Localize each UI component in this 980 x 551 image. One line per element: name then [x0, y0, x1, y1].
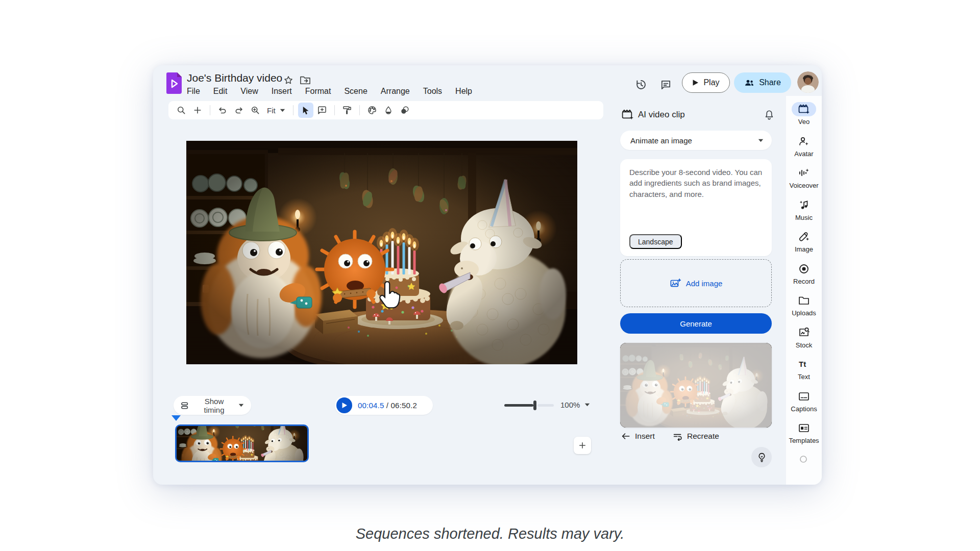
account-avatar[interactable]	[797, 71, 819, 93]
sidebar-item-stock[interactable]: Stock	[786, 325, 822, 358]
redo-icon[interactable]	[231, 103, 247, 118]
playhead-triangle-icon[interactable]	[172, 415, 181, 421]
current-time: 00:04.5	[358, 401, 384, 410]
background-droplet-icon[interactable]	[381, 103, 396, 118]
sidebar-label: Image	[795, 245, 813, 253]
add-image-label: Add image	[686, 279, 723, 288]
play-button-label: Play	[703, 78, 719, 87]
toolbar-separator	[334, 105, 335, 115]
timeline-play-button[interactable]	[336, 397, 352, 413]
zoom-slider-filled[interactable]	[504, 404, 533, 407]
menu-help[interactable]: Help	[455, 87, 472, 96]
sidebar-item-avatar[interactable]: Avatar	[786, 134, 822, 166]
image-brush-sparkle-icon	[792, 230, 816, 244]
generate-label: Generate	[680, 319, 712, 328]
arrow-left-icon	[621, 432, 630, 440]
menu-scene[interactable]: Scene	[344, 87, 367, 96]
share-button[interactable]: Share	[734, 72, 791, 93]
recreate-button[interactable]: Recreate	[673, 432, 719, 441]
prompt-input[interactable]	[620, 159, 772, 219]
sidebar-item-veo[interactable]: Veo	[786, 102, 822, 134]
search-icon[interactable]	[174, 103, 189, 118]
timeline-scene-thumbnail[interactable]	[175, 424, 309, 462]
timing-layers-icon	[181, 402, 190, 410]
menu-tools[interactable]: Tools	[423, 87, 442, 96]
sidebar-label: Voiceover	[789, 182, 818, 189]
add-comment-icon[interactable]	[314, 103, 330, 118]
zoom-slider-track[interactable]	[537, 404, 554, 407]
share-button-label: Share	[759, 78, 781, 87]
add-image-button[interactable]: Add image	[620, 259, 772, 307]
chevron-down-icon	[280, 109, 285, 112]
vids-logo-icon[interactable]	[166, 72, 182, 94]
toolbar: Fit	[168, 101, 603, 119]
transition-circles-icon[interactable]	[397, 103, 412, 118]
menu-arrange[interactable]: Arrange	[381, 87, 410, 96]
toolbar-separator	[293, 105, 293, 115]
document-title[interactable]: Joe's Birthday video	[187, 72, 282, 84]
thumbnail-loading-overlay	[620, 343, 772, 428]
sidebar-item-voiceover[interactable]: Voiceover	[786, 166, 822, 198]
fit-zoom-select[interactable]: Fit	[264, 106, 288, 115]
chevron-down-icon	[238, 404, 244, 407]
fit-label: Fit	[267, 106, 276, 115]
music-note-sparkle-icon	[792, 198, 816, 212]
menu-view[interactable]: View	[240, 87, 258, 96]
paint-format-roller-icon[interactable]	[339, 103, 355, 118]
video-canvas[interactable]	[186, 141, 577, 364]
zoom-slider-handle[interactable]	[533, 400, 536, 410]
uploads-folder-icon	[792, 293, 816, 308]
prompt-box: Landscape	[620, 159, 772, 256]
sidebar-item-templates[interactable]: Templates	[786, 421, 822, 453]
generate-button[interactable]: Generate	[620, 313, 772, 334]
sidebar-item-image[interactable]: Image	[786, 230, 822, 262]
zoom-percent-select[interactable]: 100%	[560, 400, 590, 409]
sidebar-item-uploads[interactable]: Uploads	[786, 293, 822, 325]
total-time: 06:50.2	[391, 401, 417, 410]
sidebar-label: Captions	[791, 405, 817, 413]
star-icon[interactable]	[282, 73, 295, 87]
generated-clip-thumbnail[interactable]	[620, 343, 772, 428]
select-cursor-icon[interactable]	[298, 103, 313, 118]
avatar-person-sparkle-icon	[792, 134, 816, 148]
video-frame-scene	[186, 141, 577, 364]
toolbar-separator	[210, 105, 210, 115]
version-history-icon[interactable]	[633, 77, 649, 93]
sidebar-item-captions[interactable]: Captions	[786, 389, 822, 421]
sidebar-item-text[interactable]: Tt Text	[786, 357, 822, 389]
show-timing-button[interactable]: Show timing	[174, 396, 251, 415]
add-scene-button[interactable]	[574, 437, 591, 454]
chevron-down-icon	[758, 139, 764, 142]
stock-image-search-icon	[792, 325, 816, 340]
time-separator: /	[384, 401, 390, 410]
app-window: Joe's Birthday video File Edit View Inse…	[153, 65, 822, 485]
sidebar-item-record[interactable]: Record	[786, 262, 822, 294]
insert-button[interactable]: Insert	[621, 432, 655, 441]
panel-title: AI video clip	[638, 110, 685, 120]
theme-palette-icon[interactable]	[364, 103, 380, 118]
menu-insert[interactable]: Insert	[272, 87, 292, 96]
sidebar-item-music[interactable]: Music	[786, 198, 822, 230]
lightbulb-tips-button[interactable]	[751, 447, 772, 467]
aspect-chip-label: Landscape	[638, 238, 673, 246]
move-to-folder-icon[interactable]	[298, 73, 312, 87]
play-button[interactable]: Play	[682, 72, 730, 93]
comments-icon[interactable]	[657, 77, 674, 93]
menu-edit[interactable]: Edit	[213, 87, 228, 96]
menu-file[interactable]: File	[187, 87, 200, 96]
zoom-icon[interactable]	[248, 103, 263, 118]
menu-format[interactable]: Format	[305, 87, 331, 96]
add-icon[interactable]	[190, 103, 205, 118]
aspect-ratio-chip[interactable]: Landscape	[629, 234, 682, 249]
toolbar-separator	[359, 105, 360, 115]
ai-video-clip-icon	[621, 108, 634, 121]
undo-icon[interactable]	[215, 103, 230, 118]
show-timing-label: Show timing	[195, 397, 233, 414]
sidebar-item-partial	[786, 453, 822, 485]
voiceover-waveform-sparkle-icon	[792, 166, 816, 180]
sidebar-label: Veo	[798, 118, 810, 126]
notifications-bell-icon[interactable]	[762, 107, 777, 122]
mode-dropdown[interactable]: Animate an image	[620, 131, 772, 150]
veo-clapperboard-sparkle-icon	[792, 102, 816, 116]
menubar: File Edit View Insert Format Scene Arran…	[187, 87, 472, 96]
